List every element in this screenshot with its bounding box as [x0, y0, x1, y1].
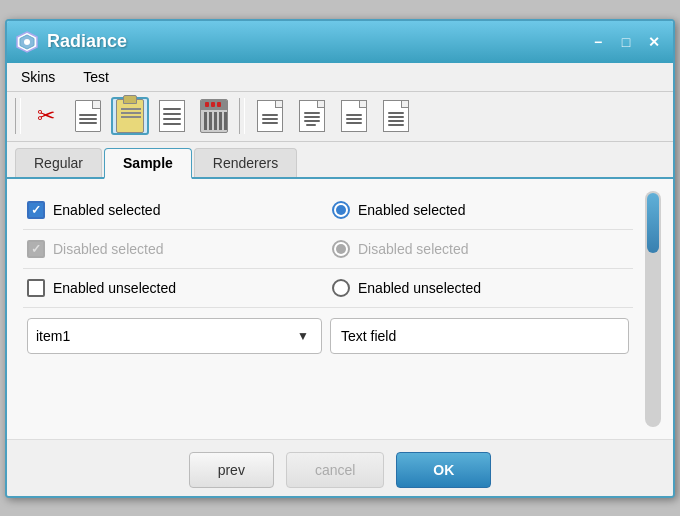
doc3-button[interactable] — [335, 97, 373, 135]
dropdown-value: item1 — [36, 328, 293, 344]
radio-disabled-selected — [332, 240, 350, 258]
toolbar-separator-2 — [239, 98, 245, 134]
prev-button[interactable]: prev — [189, 452, 274, 488]
main-window: Radiance − □ ✕ Skins Test ✂ — [5, 19, 675, 498]
tabbar: Regular Sample Renderers — [7, 142, 673, 179]
scrollbar-thumb[interactable] — [647, 193, 659, 253]
menu-skins[interactable]: Skins — [15, 65, 61, 89]
scissors-icon: ✂ — [37, 103, 55, 129]
shredder-icon — [200, 99, 228, 133]
row-enabled-selected: Enabled selected Enabled selected — [19, 191, 637, 229]
checkbox-enabled-selected-label: Enabled selected — [53, 202, 160, 218]
scrollbar[interactable] — [645, 191, 661, 427]
radio-enabled-unselected-wrapper: Enabled unselected — [332, 279, 629, 297]
row-disabled-selected: Disabled selected Disabled selected — [19, 230, 637, 268]
checkbox-enabled-selected[interactable] — [27, 201, 45, 219]
menu-test[interactable]: Test — [77, 65, 115, 89]
scissors-button[interactable]: ✂ — [27, 97, 65, 135]
doc3-icon — [341, 100, 367, 132]
doc1-button[interactable] — [251, 97, 289, 135]
close-button[interactable]: ✕ — [643, 31, 665, 53]
doc2-button[interactable] — [293, 97, 331, 135]
radio-enabled-unselected[interactable] — [332, 279, 350, 297]
radio-disabled-selected-wrapper: Disabled selected — [332, 240, 629, 258]
tab-regular[interactable]: Regular — [15, 148, 102, 177]
shredder-button[interactable] — [195, 97, 233, 135]
cancel-button[interactable]: cancel — [286, 452, 384, 488]
radio-enabled-selected-label: Enabled selected — [358, 202, 465, 218]
copy-button[interactable] — [69, 97, 107, 135]
format-button[interactable] — [153, 97, 191, 135]
doc2-icon — [299, 100, 325, 132]
menubar: Skins Test — [7, 63, 673, 92]
checkbox-enabled-unselected-wrapper: Enabled unselected — [27, 279, 324, 297]
window-title: Radiance — [47, 31, 587, 52]
tab-renderers[interactable]: Renderers — [194, 148, 297, 177]
maximize-button[interactable]: □ — [615, 31, 637, 53]
copy-icon — [75, 100, 101, 132]
doc4-button[interactable] — [377, 97, 415, 135]
checkbox-disabled-selected-wrapper: Disabled selected — [27, 240, 324, 258]
checkbox-disabled-selected-label: Disabled selected — [53, 241, 164, 257]
dropdown-arrow-icon: ▼ — [293, 326, 313, 346]
paste-button[interactable] — [111, 97, 149, 135]
doc4-icon — [383, 100, 409, 132]
doc1-icon — [257, 100, 283, 132]
checkbox-disabled-selected — [27, 240, 45, 258]
titlebar: Radiance − □ ✕ — [7, 21, 673, 63]
app-icon — [15, 30, 39, 54]
checkbox-enabled-unselected-label: Enabled unselected — [53, 280, 176, 296]
radio-enabled-selected-wrapper: Enabled selected — [332, 201, 629, 219]
text-field[interactable] — [330, 318, 629, 354]
radio-disabled-selected-label: Disabled selected — [358, 241, 469, 257]
dropdown[interactable]: item1 ▼ — [27, 318, 322, 354]
svg-point-2 — [24, 39, 30, 45]
radio-enabled-unselected-label: Enabled unselected — [358, 280, 481, 296]
format-icon — [159, 100, 185, 132]
tab-sample[interactable]: Sample — [104, 148, 192, 179]
toolbar: ✂ — [7, 92, 673, 142]
window-controls: − □ ✕ — [587, 31, 665, 53]
content-main: Enabled selected Enabled selected Disabl… — [19, 191, 637, 427]
row-enabled-unselected: Enabled unselected Enabled unselected — [19, 269, 637, 307]
checkbox-enabled-unselected[interactable] — [27, 279, 45, 297]
button-row: prev cancel OK — [7, 439, 673, 496]
checkbox-enabled-selected-wrapper: Enabled selected — [27, 201, 324, 219]
minimize-button[interactable]: − — [587, 31, 609, 53]
ok-button[interactable]: OK — [396, 452, 491, 488]
content-area: Enabled selected Enabled selected Disabl… — [7, 179, 673, 439]
paste-icon — [116, 99, 144, 133]
radio-enabled-selected[interactable] — [332, 201, 350, 219]
input-row: item1 ▼ — [19, 308, 637, 364]
toolbar-separator-1 — [15, 98, 21, 134]
